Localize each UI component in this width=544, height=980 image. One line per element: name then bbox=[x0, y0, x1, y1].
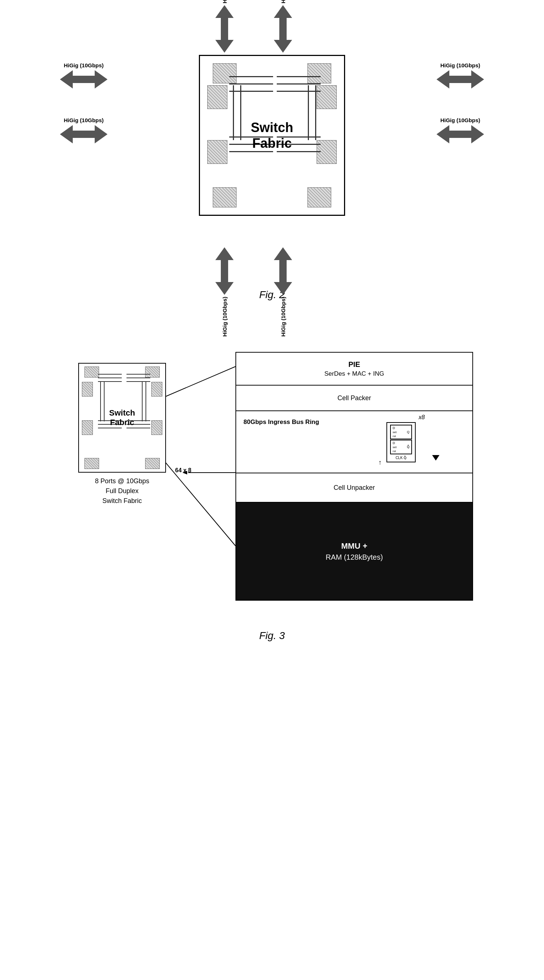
fig3-caption: Fig. 3 bbox=[259, 630, 285, 642]
bot-arrow-2: HiGig (10Gbps) bbox=[274, 247, 292, 337]
inner-line bbox=[127, 428, 150, 428]
pie-block: PIE SerDes + MAC + ING Cell Packer 80Gbp… bbox=[235, 352, 473, 601]
x8-label: x8 bbox=[419, 414, 425, 421]
ff-inner: D set rst bbox=[393, 441, 397, 453]
small-port-br bbox=[145, 458, 160, 469]
small-port-mr bbox=[151, 382, 162, 396]
top-arrow-1-label: HiGig (10Gbps) bbox=[222, 0, 228, 3]
arrow-shaft bbox=[279, 18, 287, 40]
inner-line bbox=[229, 91, 273, 92]
arrow-head-right bbox=[95, 70, 108, 89]
bus-arrow-up: ↑ bbox=[378, 459, 382, 466]
arrow-head-left bbox=[60, 125, 73, 143]
arrow-double-top2 bbox=[274, 5, 292, 52]
mmu-row: MMU + RAM (128kBytes) bbox=[236, 503, 473, 600]
inner-line-v bbox=[142, 381, 143, 422]
port-block-left-bottom bbox=[207, 140, 227, 164]
arrow-head-up bbox=[215, 5, 234, 18]
arrow-h-container bbox=[436, 125, 484, 143]
small-port-ml bbox=[82, 382, 93, 396]
ff-inner: D set rst bbox=[393, 426, 397, 438]
small-switch-label: Switch Fabric bbox=[109, 408, 135, 428]
arrow-head-left bbox=[436, 70, 449, 89]
ff-box-2: D set rst Q̄ bbox=[390, 440, 412, 454]
inner-line bbox=[277, 151, 320, 152]
inner-line bbox=[277, 91, 320, 92]
top-arrow-2-label: HiGig (10Gbps) bbox=[280, 0, 286, 3]
top-arrow-2: HiGig (10Gbps) bbox=[274, 0, 292, 52]
arrow-shaft bbox=[221, 18, 228, 40]
bus-ring-label: 80Gbps Ingress Bus Ring bbox=[243, 418, 319, 426]
inner-line bbox=[277, 83, 320, 84]
inner-line-v bbox=[315, 85, 316, 140]
cell-packer-label: Cell Packer bbox=[338, 395, 371, 402]
inner-line bbox=[277, 76, 320, 77]
bus-ring-row: 80Gbps Ingress Bus Ring x8 D set rst bbox=[236, 411, 473, 473]
inner-line-v bbox=[100, 381, 101, 422]
pie-label: PIE bbox=[348, 360, 360, 369]
top-arrow-1: HiGig (10Gbps) bbox=[215, 0, 234, 52]
arrow-double-top1 bbox=[215, 5, 234, 52]
ff-box-1: D set rst Q bbox=[390, 425, 412, 439]
bus-arrow-down bbox=[430, 455, 439, 461]
arrow-shaft-h bbox=[449, 76, 471, 83]
right-arrow-1-label: HiGig (10Gbps) bbox=[440, 62, 480, 68]
small-port-tr bbox=[145, 366, 160, 377]
small-port-tl bbox=[84, 366, 99, 377]
inner-line bbox=[229, 151, 273, 152]
arrow-head-down bbox=[215, 282, 234, 295]
pie-row: PIE SerDes + MAC + ING bbox=[236, 353, 473, 385]
ram-label: RAM (128kBytes) bbox=[326, 553, 383, 562]
mmu-label: MMU + bbox=[341, 541, 368, 551]
fig3-section: Switch Fabric 8 Ports @ 10Gbps Full Dupl… bbox=[71, 345, 473, 642]
bot-arrow-1: HiGig (10Gbps) bbox=[215, 247, 234, 337]
inner-line bbox=[98, 381, 122, 382]
clk-label: CLK Q̄ bbox=[396, 456, 406, 460]
arrow-shaft-h bbox=[449, 130, 471, 138]
port-block-left-top bbox=[207, 85, 227, 109]
label-64x8-left: 64 x 8 bbox=[175, 467, 191, 474]
arrow-head-up bbox=[274, 5, 292, 18]
fig2-section: Switch Fabric HiGig (10Gbps) HiGig (10Gb… bbox=[144, 14, 400, 301]
inner-line-v bbox=[104, 381, 105, 422]
inner-line bbox=[229, 76, 273, 77]
small-port-mr2 bbox=[151, 420, 162, 435]
right-arrow-2: HiGig (10Gbps) bbox=[436, 117, 484, 143]
inner-line bbox=[127, 377, 150, 378]
small-switch-caption: 8 Ports @ 10Gbps Full Duplex Switch Fabr… bbox=[95, 476, 149, 506]
arrow-h-container bbox=[60, 70, 108, 89]
cell-unpacker-label: Cell Unpacker bbox=[333, 484, 375, 492]
inner-line-v bbox=[308, 85, 309, 140]
inner-line-v bbox=[240, 85, 241, 140]
fig2-diagram: Switch Fabric HiGig (10Gbps) HiGig (10Gb… bbox=[144, 14, 400, 278]
small-port-ml2 bbox=[82, 420, 93, 435]
arrow-head-up bbox=[274, 247, 292, 260]
fig3-diagram: Switch Fabric 8 Ports @ 10Gbps Full Dupl… bbox=[71, 345, 473, 619]
arrow-double-bot2 bbox=[274, 247, 292, 295]
switch-fabric-label: Switch Fabric bbox=[251, 119, 293, 151]
inner-line bbox=[98, 377, 122, 378]
arrow-head-right bbox=[471, 70, 484, 89]
arrow-head-right bbox=[95, 125, 108, 143]
arrow-head-up bbox=[215, 247, 234, 260]
inner-line bbox=[98, 428, 122, 428]
arrow-double-bot1 bbox=[215, 247, 234, 295]
arrow-h-container bbox=[436, 70, 484, 89]
cell-unpacker-row: Cell Unpacker bbox=[236, 473, 473, 503]
arrow-head-left bbox=[436, 125, 449, 143]
small-switch-wrapper: Switch Fabric 8 Ports @ 10Gbps Full Dupl… bbox=[71, 363, 173, 506]
ff-outer-box: D set rst Q D set bbox=[387, 422, 416, 462]
arrow-head-down bbox=[215, 40, 234, 52]
small-port-bl bbox=[84, 458, 99, 469]
arrow-head-down bbox=[274, 40, 292, 52]
right-arrow-1: HiGig (10Gbps) bbox=[436, 62, 484, 89]
inner-line bbox=[127, 374, 150, 375]
switch-fabric-box: Switch Fabric bbox=[199, 55, 345, 216]
bot-arrow-1-label: HiGig (10Gbps) bbox=[222, 297, 228, 337]
left-arrow-1: HiGig (10Gbps) bbox=[60, 62, 108, 89]
arrow-head-down bbox=[274, 282, 292, 295]
pie-sublabel: SerDes + MAC + ING bbox=[324, 370, 384, 377]
port-block-right-top bbox=[317, 85, 337, 109]
left-arrow-2-label: HiGig (10Gbps) bbox=[63, 117, 103, 123]
arrow-head-left bbox=[60, 70, 73, 89]
